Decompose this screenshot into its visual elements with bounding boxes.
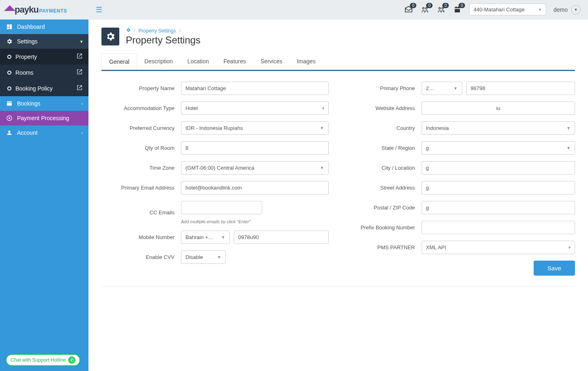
sidebar-item-account[interactable]: Account › [0,125,88,140]
label-postal: Postal / ZIP Code [348,205,415,211]
label-property-name: Property Name [101,85,174,91]
city-field[interactable] [422,161,575,175]
cc-emails-field[interactable] [181,201,262,214]
label-state: State / Region [348,145,415,151]
user-label: demo [554,6,568,13]
tab-features[interactable]: Features [216,53,253,70]
chevron-down-icon: ▼ [454,86,458,91]
support-chat-button[interactable]: Chat with Support Hotline ✆ [6,354,80,366]
dashboard-icon [6,24,13,30]
circle-icon [7,71,11,75]
sidebar-item-label: Booking Policy [15,85,53,92]
timezone-select[interactable]: (GMT-06:00) Central America▼ [181,161,329,175]
sidebar-item-bookings[interactable]: Bookings › [0,96,88,111]
tab-description[interactable]: Description [137,53,180,70]
circle-icon [7,86,11,91]
svg-point-4 [439,7,440,9]
bookings-icon [6,100,13,107]
label-qty-room: Qty of Room [101,145,174,151]
sidebar-item-dashboard[interactable]: Dashboard [0,19,88,34]
label-primary-email: Primary Email Address [101,185,174,191]
sidebar-nav: Dashboard Settings ▾ Property Rooms [0,19,88,371]
tabs: General Description Location Features Se… [101,53,575,70]
calendar-icon[interactable]: 0 [453,5,462,14]
external-link-icon [76,69,83,76]
tab-location[interactable]: Location [180,53,216,70]
label-time-zone: Time Zone [101,165,174,171]
chevron-down-icon: ▼ [571,5,581,15]
inbox-badge: 0 [410,3,416,8]
tab-services[interactable]: Services [253,53,290,70]
svg-point-1 [9,117,10,119]
phone-country-code-select[interactable]: 2…▼ [422,82,462,95]
state-select[interactable]: g▼ [422,141,575,155]
svg-point-2 [422,7,424,9]
breadcrumb: / Property Settings / [126,28,200,34]
sidebar-item-label: Payment Processing [17,115,69,121]
label-cc-emails: CC Emails [101,209,174,216]
label-accommodation-type: Accommodation Type [101,105,174,111]
sidebar-item-label: Account [17,129,38,136]
gear-icon [6,38,13,45]
property-name-field[interactable] [181,82,329,95]
user-icon [6,129,13,136]
pms-partner-select[interactable]: XML API▾ [422,241,575,254]
mobile-number-field[interactable] [234,231,329,244]
tab-images[interactable]: Images [290,53,323,70]
sidebar-item-label: Property [15,54,37,60]
user-menu[interactable]: demo ▼ [554,5,581,15]
sidebar-item-label: Bookings [17,100,41,107]
page-content: / Property Settings / Property Settings … [88,19,588,305]
cc-emails-hint: Add multiple emails by click "Enter" [181,219,251,224]
sidebar-item-payment-processing[interactable]: Payment Processing [0,111,88,125]
sidebar-item-label: Dashboard [17,24,45,30]
checkin-icon[interactable]: 0 [420,5,429,14]
qty-room-field[interactable] [181,141,329,155]
accommodation-type-select[interactable]: Hotel▾ [181,101,329,115]
label-country: Country [348,125,415,131]
chevron-down-icon: ▾ [569,245,571,250]
sidebar: paykuPAYMENTS Dashboard Settings ▾ Prope [0,0,88,371]
page-gear-icon [101,28,119,45]
label-enable-cvv: Enable CVV [101,254,174,260]
sidebar-item-booking-policy[interactable]: Booking Policy [0,80,88,96]
label-website: Website Address [348,105,415,111]
breadcrumb-link[interactable]: Property Settings [138,28,176,34]
logo-word: payku [15,4,39,15]
postal-field[interactable] [422,201,575,214]
whatsapp-icon: ✆ [68,356,75,364]
sidebar-item-label: Settings [17,38,38,45]
country-select[interactable]: Indonesia▼ [422,121,575,135]
chevron-right-icon: › [81,101,83,106]
property-selector[interactable]: 440-Matahari Cottage ▼ [469,4,546,15]
payment-icon [6,115,13,121]
tab-general[interactable]: General [101,53,137,70]
sidebar-item-label: Rooms [15,69,33,76]
sidebar-item-rooms[interactable]: Rooms [0,65,88,80]
external-link-icon [76,53,83,60]
sidebar-item-property[interactable]: Property [0,49,88,65]
primary-email-field[interactable] [181,181,329,194]
chevron-down-icon: ▼ [538,8,542,12]
enable-cvv-select[interactable]: Disable▼ [181,250,226,264]
form: Property Name Accommodation Type Hotel▾ … [101,82,575,276]
website-field[interactable] [422,101,575,115]
label-pms-partner: PMS PARTNER [348,244,415,250]
label-prefix-booking: Prefix Booking Number [348,224,415,231]
sidebar-item-settings[interactable]: Settings ▾ [0,34,88,49]
prefix-booking-field[interactable] [422,221,575,234]
mobile-country-code-select[interactable]: Bahrain +…▼ [181,231,230,244]
currency-select[interactable]: IDR - Indonesia Rupiahs▼ [181,121,329,135]
street-field[interactable] [422,181,575,194]
checkout-icon[interactable]: 0 [437,5,446,14]
breadcrumb-gear-icon[interactable] [126,28,131,34]
page-title: Property Settings [126,35,200,46]
phone-number-field[interactable] [466,82,575,95]
chevron-down-icon: ▼ [217,255,221,259]
menu-toggle-icon[interactable]: ☰ [96,5,102,14]
inbox-icon[interactable]: 0 [404,5,413,14]
chevron-down-icon: ▾ [80,39,83,44]
label-mobile-number: Mobile Number [101,234,174,240]
chevron-down-icon: ▼ [566,126,571,130]
save-button[interactable]: Save [534,261,575,276]
